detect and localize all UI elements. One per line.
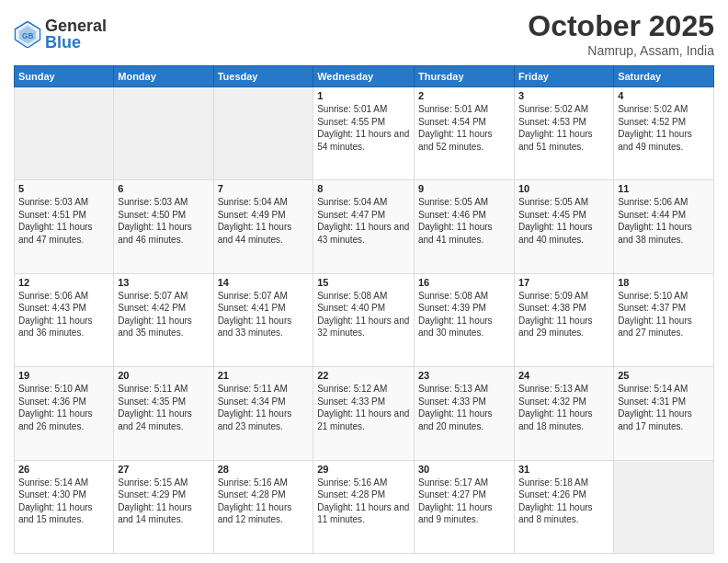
weekday-monday: Monday xyxy=(114,66,213,87)
day-info: Sunrise: 5:11 AMSunset: 4:35 PMDaylight:… xyxy=(118,383,209,432)
day-info: Sunrise: 5:02 AMSunset: 4:53 PMDaylight:… xyxy=(518,103,609,153)
weekday-friday: Friday xyxy=(514,66,613,87)
day-info: Sunrise: 5:03 AMSunset: 4:50 PMDaylight:… xyxy=(118,196,209,246)
table-cell: 20Sunrise: 5:11 AMSunset: 4:35 PMDayligh… xyxy=(114,367,213,460)
day-info: Sunrise: 5:13 AMSunset: 4:32 PMDaylight:… xyxy=(518,383,609,432)
day-number: 15 xyxy=(317,277,410,288)
logo-general: General xyxy=(45,17,107,35)
weekday-sunday: Sunday xyxy=(15,66,114,87)
table-cell: 7Sunrise: 5:04 AMSunset: 4:49 PMDaylight… xyxy=(213,180,313,273)
day-number: 16 xyxy=(418,277,510,288)
weekday-saturday: Saturday xyxy=(614,66,714,87)
day-info: Sunrise: 5:05 AMSunset: 4:45 PMDaylight:… xyxy=(518,196,609,246)
day-number: 19 xyxy=(18,370,109,381)
day-number: 7 xyxy=(218,183,310,194)
table-cell: 27Sunrise: 5:15 AMSunset: 4:29 PMDayligh… xyxy=(114,460,213,553)
day-number: 28 xyxy=(218,464,310,475)
table-cell: 18Sunrise: 5:10 AMSunset: 4:37 PMDayligh… xyxy=(614,273,714,366)
table-cell: 25Sunrise: 5:14 AMSunset: 4:31 PMDayligh… xyxy=(614,367,714,460)
table-cell: 15Sunrise: 5:08 AMSunset: 4:40 PMDayligh… xyxy=(313,273,415,366)
table-cell: 3Sunrise: 5:02 AMSunset: 4:53 PMDaylight… xyxy=(514,87,613,180)
day-info: Sunrise: 5:04 AMSunset: 4:47 PMDaylight:… xyxy=(317,196,410,246)
day-number: 17 xyxy=(518,277,609,288)
weekday-tuesday: Tuesday xyxy=(213,66,313,87)
weekday-row: Sunday Monday Tuesday Wednesday Thursday… xyxy=(15,66,714,87)
day-number: 30 xyxy=(418,464,510,475)
table-cell: 14Sunrise: 5:07 AMSunset: 4:41 PMDayligh… xyxy=(213,273,313,366)
day-info: Sunrise: 5:14 AMSunset: 4:31 PMDaylight:… xyxy=(618,383,710,432)
day-info: Sunrise: 5:06 AMSunset: 4:43 PMDaylight:… xyxy=(18,290,109,339)
day-number: 27 xyxy=(118,464,209,475)
table-cell: 11Sunrise: 5:06 AMSunset: 4:44 PMDayligh… xyxy=(614,180,714,273)
day-info: Sunrise: 5:13 AMSunset: 4:33 PMDaylight:… xyxy=(418,383,510,432)
day-number: 11 xyxy=(618,183,710,194)
day-info: Sunrise: 5:10 AMSunset: 4:36 PMDaylight:… xyxy=(18,383,109,432)
day-number: 8 xyxy=(317,183,410,194)
table-cell: 1Sunrise: 5:01 AMSunset: 4:55 PMDaylight… xyxy=(313,87,415,180)
day-info: Sunrise: 5:11 AMSunset: 4:34 PMDaylight:… xyxy=(218,383,310,432)
day-number: 14 xyxy=(218,277,310,288)
calendar-body: 1Sunrise: 5:01 AMSunset: 4:55 PMDaylight… xyxy=(15,87,714,554)
table-cell: 12Sunrise: 5:06 AMSunset: 4:43 PMDayligh… xyxy=(15,273,114,366)
day-number: 10 xyxy=(518,183,609,194)
table-cell: 26Sunrise: 5:14 AMSunset: 4:30 PMDayligh… xyxy=(15,460,114,553)
day-info: Sunrise: 5:07 AMSunset: 4:41 PMDaylight:… xyxy=(218,290,310,339)
page: GB General Blue October 2025 Namrup, Ass… xyxy=(0,0,728,563)
table-cell: 23Sunrise: 5:13 AMSunset: 4:33 PMDayligh… xyxy=(415,367,515,460)
day-info: Sunrise: 5:05 AMSunset: 4:46 PMDaylight:… xyxy=(418,196,510,246)
week-row-4: 19Sunrise: 5:10 AMSunset: 4:36 PMDayligh… xyxy=(15,367,714,460)
day-number: 4 xyxy=(618,90,710,101)
day-number: 20 xyxy=(118,370,209,381)
logo-icon: GB xyxy=(14,20,41,48)
logo-text: General Blue xyxy=(45,17,107,51)
day-number: 29 xyxy=(317,464,410,475)
table-cell: 13Sunrise: 5:07 AMSunset: 4:42 PMDayligh… xyxy=(114,273,213,366)
logo: GB General Blue xyxy=(14,17,107,51)
day-info: Sunrise: 5:04 AMSunset: 4:49 PMDaylight:… xyxy=(218,196,310,246)
day-number: 2 xyxy=(418,90,510,101)
day-info: Sunrise: 5:10 AMSunset: 4:37 PMDaylight:… xyxy=(618,290,710,339)
week-row-5: 26Sunrise: 5:14 AMSunset: 4:30 PMDayligh… xyxy=(15,460,714,553)
day-info: Sunrise: 5:17 AMSunset: 4:27 PMDaylight:… xyxy=(418,477,510,526)
day-info: Sunrise: 5:02 AMSunset: 4:52 PMDaylight:… xyxy=(618,103,710,153)
day-info: Sunrise: 5:01 AMSunset: 4:55 PMDaylight:… xyxy=(317,103,410,153)
day-number: 3 xyxy=(518,90,609,101)
day-number: 22 xyxy=(317,370,410,381)
day-number: 31 xyxy=(518,464,609,475)
table-cell xyxy=(213,87,313,180)
day-info: Sunrise: 5:16 AMSunset: 4:28 PMDaylight:… xyxy=(317,477,410,526)
table-cell: 28Sunrise: 5:16 AMSunset: 4:28 PMDayligh… xyxy=(213,460,313,553)
day-number: 1 xyxy=(317,90,410,101)
day-number: 26 xyxy=(18,464,109,475)
table-cell: 5Sunrise: 5:03 AMSunset: 4:51 PMDaylight… xyxy=(15,180,114,273)
table-cell: 19Sunrise: 5:10 AMSunset: 4:36 PMDayligh… xyxy=(15,367,114,460)
header: GB General Blue October 2025 Namrup, Ass… xyxy=(14,9,714,58)
table-cell: 6Sunrise: 5:03 AMSunset: 4:50 PMDaylight… xyxy=(114,180,213,273)
svg-text:GB: GB xyxy=(22,31,33,40)
table-cell: 17Sunrise: 5:09 AMSunset: 4:38 PMDayligh… xyxy=(514,273,613,366)
day-number: 23 xyxy=(418,370,510,381)
table-cell: 8Sunrise: 5:04 AMSunset: 4:47 PMDaylight… xyxy=(313,180,415,273)
day-number: 5 xyxy=(18,183,109,194)
week-row-1: 1Sunrise: 5:01 AMSunset: 4:55 PMDaylight… xyxy=(15,87,714,180)
day-number: 24 xyxy=(518,370,609,381)
day-number: 12 xyxy=(18,277,109,288)
day-info: Sunrise: 5:14 AMSunset: 4:30 PMDaylight:… xyxy=(18,477,109,526)
day-number: 25 xyxy=(618,370,710,381)
title-section: October 2025 Namrup, Assam, India xyxy=(528,9,714,58)
day-info: Sunrise: 5:03 AMSunset: 4:51 PMDaylight:… xyxy=(18,196,109,246)
day-number: 13 xyxy=(118,277,209,288)
table-cell: 30Sunrise: 5:17 AMSunset: 4:27 PMDayligh… xyxy=(415,460,515,553)
table-cell: 31Sunrise: 5:18 AMSunset: 4:26 PMDayligh… xyxy=(514,460,613,553)
week-row-2: 5Sunrise: 5:03 AMSunset: 4:51 PMDaylight… xyxy=(15,180,714,273)
day-info: Sunrise: 5:08 AMSunset: 4:40 PMDaylight:… xyxy=(317,290,410,339)
day-info: Sunrise: 5:18 AMSunset: 4:26 PMDaylight:… xyxy=(518,477,609,526)
location-title: Namrup, Assam, India xyxy=(528,43,714,58)
day-info: Sunrise: 5:15 AMSunset: 4:29 PMDaylight:… xyxy=(118,477,209,526)
calendar-header: Sunday Monday Tuesday Wednesday Thursday… xyxy=(15,66,714,87)
day-number: 9 xyxy=(418,183,510,194)
table-cell xyxy=(114,87,213,180)
week-row-3: 12Sunrise: 5:06 AMSunset: 4:43 PMDayligh… xyxy=(15,273,714,366)
day-number: 18 xyxy=(618,277,710,288)
table-cell: 9Sunrise: 5:05 AMSunset: 4:46 PMDaylight… xyxy=(415,180,515,273)
